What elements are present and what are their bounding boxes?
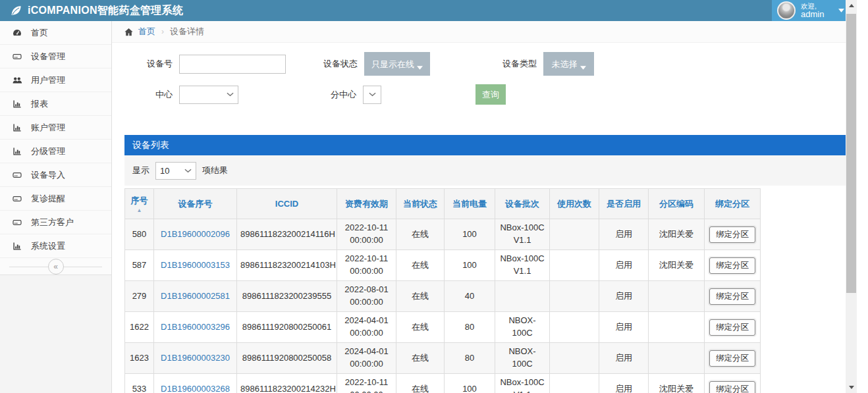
column-header-serial[interactable]: 设备序号 (154, 189, 237, 219)
sidebar-item-device-import[interactable]: 设备导入 (0, 163, 111, 187)
bind-partition-button[interactable]: 绑定分区 (709, 288, 755, 305)
page-size-value: 10 (160, 166, 169, 176)
vertical-scrollbar[interactable] (846, 0, 857, 393)
device-serial-link[interactable]: D1B19600002581 (161, 291, 230, 301)
sidebar-collapse-button[interactable]: « (48, 259, 64, 275)
cell-usage (550, 250, 599, 281)
column-label: ICCID (239, 199, 335, 209)
cell-status: 在线 (396, 219, 445, 250)
search-button[interactable]: 查询 (475, 84, 506, 105)
cell-serial: D1B19600003230 (154, 343, 237, 374)
column-header-partition[interactable]: 分区编码 (649, 189, 705, 219)
cell-status: 在线 (396, 281, 445, 312)
device-status-label: 设备状态 (323, 58, 358, 70)
cell-partition: 沈阳关爱 (649, 250, 705, 281)
sidebar-item-level-mgmt[interactable]: 分级管理 (0, 140, 111, 163)
column-header-action[interactable]: 绑定分区 (705, 189, 761, 219)
column-header-expiry[interactable]: 资费有效期 (337, 189, 396, 219)
sort-asc-arrow: ▲ (127, 208, 151, 213)
scroll-up-button[interactable] (846, 0, 857, 11)
home-icon (124, 27, 134, 37)
center-select[interactable] (179, 86, 238, 104)
column-label: 使用次数 (552, 198, 597, 210)
sidebar-item-revisit-reminder[interactable]: 复诊提醒 (0, 187, 111, 211)
column-label: 当前电量 (447, 198, 493, 210)
table-wrap: 序号▲设备序号ICCID资费有效期当前状态当前电量设备批次使用次数是否启用分区编… (124, 188, 846, 393)
sidebar-menu: 首页设备管理用户管理报表账户管理分级管理设备导入复诊提醒第三方客户系统设置 (0, 21, 111, 258)
device-serial-link[interactable]: D1B19600003153 (161, 260, 230, 270)
cell-status: 在线 (396, 250, 445, 281)
column-header-enabled[interactable]: 是否启用 (599, 189, 649, 219)
device-serial-link[interactable]: D1B19600003268 (161, 384, 230, 393)
device-serial-link[interactable]: D1B19600003230 (161, 353, 230, 363)
sidebar-item-account-mgmt[interactable]: 账户管理 (0, 116, 111, 140)
cell-expiry: 2022-10-11 00:00:00 (337, 374, 396, 393)
sidebar-item-label: 设备管理 (31, 51, 65, 63)
subcenter-select[interactable] (363, 86, 381, 104)
device-no-input[interactable] (179, 55, 286, 74)
sidebar-item-label: 报表 (31, 98, 48, 110)
cell-action: 绑定分区 (705, 250, 761, 281)
column-header-batch[interactable]: 设备批次 (495, 189, 550, 219)
cell-partition: 沈阳关爱 (649, 374, 705, 393)
column-header-usage[interactable]: 使用次数 (550, 189, 599, 219)
cell-iccid: 8986111823200214232H (237, 374, 337, 393)
cell-iccid: 8986111823200214103H (237, 250, 337, 281)
column-label: 资费有效期 (339, 198, 394, 210)
app-title: iCOMPANION智能药盒管理系统 (28, 4, 183, 18)
column-label: 序号 (127, 195, 151, 207)
chevron-down-icon (369, 92, 376, 97)
welcome-text: 欢迎, (801, 2, 824, 10)
bind-partition-button[interactable]: 绑定分区 (709, 319, 755, 336)
user-menu[interactable]: 欢迎, admin (772, 0, 850, 21)
cell-partition (649, 281, 705, 312)
bind-partition-button[interactable]: 绑定分区 (709, 257, 755, 274)
cell-usage (550, 374, 599, 393)
scroll-down-button[interactable] (846, 382, 857, 393)
device-no-label: 设备号 (142, 58, 173, 70)
sidebar-item-home[interactable]: 首页 (0, 21, 111, 45)
bind-partition-button[interactable]: 绑定分区 (709, 381, 755, 393)
welcome-block: 欢迎, admin (801, 2, 824, 20)
sidebar-item-device-mgmt[interactable]: 设备管理 (0, 45, 111, 68)
sidebar-item-report[interactable]: 报表 (0, 92, 111, 116)
device-serial-link[interactable]: D1B19600003296 (161, 322, 230, 332)
device-type-dropdown[interactable]: 未选择 (543, 52, 594, 76)
page-size-select[interactable]: 10 (155, 162, 196, 180)
cell-enabled: 启用 (599, 250, 649, 281)
column-header-seq[interactable]: 序号▲ (125, 189, 154, 219)
cell-action: 绑定分区 (705, 219, 761, 250)
cell-status: 在线 (396, 343, 445, 374)
device-icon (11, 51, 22, 62)
cell-battery: 100 (445, 219, 495, 250)
app-header: iCOMPANION智能药盒管理系统 欢迎, admin (0, 0, 857, 21)
bind-partition-button[interactable]: 绑定分区 (709, 226, 755, 243)
sidebar-item-user-mgmt[interactable]: 用户管理 (0, 68, 111, 92)
column-header-iccid[interactable]: ICCID (237, 189, 337, 219)
caret-down-icon (580, 66, 586, 70)
filter-form: 设备号 设备状态 只显示在线 设备类型 未选择 中心 (112, 43, 857, 118)
chart-icon (11, 122, 22, 133)
column-header-battery[interactable]: 当前电量 (445, 189, 495, 219)
column-label: 分区编码 (651, 198, 702, 210)
sidebar-item-label: 账户管理 (31, 122, 65, 134)
column-label: 当前状态 (398, 198, 442, 210)
column-label: 设备批次 (497, 198, 547, 210)
app-page: iCOMPANION智能药盒管理系统 欢迎, admin 首页设备管理用户管理报… (0, 0, 857, 393)
table-row: 580D1B196000020968986111823200214116H202… (125, 219, 761, 250)
scroll-up-icon (849, 4, 854, 7)
sidebar-item-third-party[interactable]: 第三方客户 (0, 211, 111, 234)
device-serial-link[interactable]: D1B19600002096 (161, 229, 230, 239)
cell-expiry: 2024-04-01 00:00:00 (337, 312, 396, 343)
bind-partition-button[interactable]: 绑定分区 (709, 350, 755, 367)
breadcrumb-home-link[interactable]: 首页 (138, 26, 155, 38)
dashboard-icon (11, 28, 22, 38)
device-icon (11, 217, 22, 228)
scrollbar-thumb[interactable] (846, 14, 856, 293)
column-header-status[interactable]: 当前状态 (396, 189, 445, 219)
cell-batch: NBOX-100C (495, 312, 550, 343)
device-status-dropdown[interactable]: 只显示在线 (364, 52, 430, 76)
sidebar-item-system-settings[interactable]: 系统设置 (0, 234, 111, 258)
results-label: 项结果 (202, 165, 228, 176)
cell-expiry: 2022-10-11 00:00:00 (337, 250, 396, 281)
